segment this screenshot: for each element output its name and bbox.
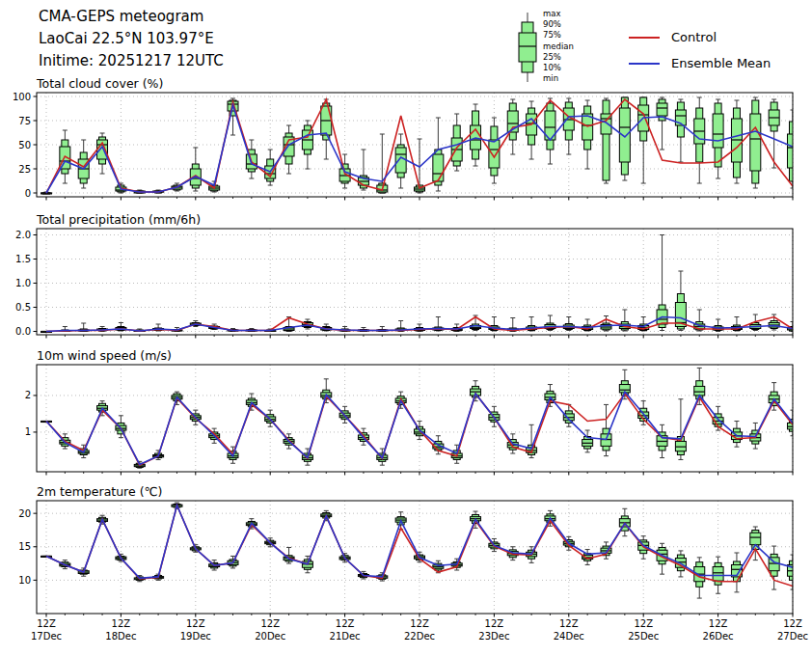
legend-percentile-label: 90% bbox=[543, 19, 561, 29]
box-25-75 bbox=[694, 386, 705, 396]
x-label-date: 18Dec bbox=[105, 631, 136, 642]
panel-wind-spine bbox=[37, 365, 793, 472]
y-tick-label: 10 bbox=[18, 575, 31, 586]
x-label-date: 26Dec bbox=[703, 631, 734, 642]
box-25-75 bbox=[657, 103, 667, 116]
control-line-swatch bbox=[629, 37, 660, 39]
ensemble-mean-line-swatch bbox=[629, 63, 660, 65]
x-label-hour: 12Z bbox=[410, 618, 429, 629]
x-label-date: 17Dec bbox=[31, 631, 62, 642]
legend-percentile-label: min bbox=[543, 73, 558, 83]
y-tick-label: 20 bbox=[18, 508, 31, 519]
panel-title-precip: Total precipitation (mm/6h) bbox=[36, 212, 201, 227]
y-tick-label: 0.5 bbox=[15, 302, 31, 313]
x-label-hour: 12Z bbox=[634, 618, 653, 629]
panel-wind-boxes bbox=[41, 368, 798, 468]
box-25-75 bbox=[750, 114, 761, 171]
control-label: Control bbox=[671, 30, 717, 44]
box-25-75 bbox=[433, 154, 444, 181]
x-label-date: 27Dec bbox=[777, 631, 808, 642]
box-25-75 bbox=[489, 140, 500, 168]
box-25-75 bbox=[713, 114, 723, 148]
x-label-hour: 12Z bbox=[37, 618, 56, 629]
y-tick-label: 2.0 bbox=[15, 230, 31, 240]
box-25-75 bbox=[395, 148, 406, 173]
y-tick-label: 75 bbox=[18, 116, 31, 126]
legend-percentile-label: 75% bbox=[543, 30, 561, 40]
box-25-75 bbox=[713, 567, 723, 582]
figure-inittime: Initime: 20251217 12UTC bbox=[39, 50, 224, 72]
x-label-date: 19Dec bbox=[180, 631, 211, 642]
figure-header: CMA-GEPS meteogram LaoCai 22.5°N 103.97°… bbox=[39, 6, 224, 72]
y-tick-label: 1 bbox=[25, 426, 31, 437]
x-label-date: 20Dec bbox=[255, 631, 285, 642]
y-tick-label: 15 bbox=[18, 541, 31, 552]
x-label-hour: 12Z bbox=[186, 618, 205, 629]
y-tick-label: 1.0 bbox=[15, 278, 31, 288]
y-tick-label: 1.5 bbox=[15, 254, 31, 264]
x-label-hour: 12Z bbox=[260, 618, 280, 629]
figure-title: CMA-GEPS meteogram bbox=[39, 6, 224, 28]
panel-title-temp: 2m temperature (℃) bbox=[37, 484, 162, 499]
y-tick-label: 25 bbox=[18, 164, 31, 175]
legend-percentile-label: median bbox=[543, 41, 574, 51]
x-label-hour: 12Z bbox=[336, 618, 355, 629]
legend-percentile-label: 25% bbox=[543, 52, 561, 62]
legend-control: Control bbox=[629, 30, 717, 44]
x-label-hour: 12Z bbox=[485, 618, 504, 629]
x-label-hour: 12Z bbox=[559, 618, 579, 629]
y-tick-label: 0.0 bbox=[15, 326, 31, 337]
legend-percentile-label: 10% bbox=[543, 63, 561, 72]
legend-ensemble-mean: Ensemble Mean bbox=[629, 56, 771, 70]
x-label-date: 21Dec bbox=[330, 631, 361, 642]
x-label-date: 23Dec bbox=[478, 631, 509, 642]
box-25-75 bbox=[750, 533, 761, 544]
x-label-date: 24Dec bbox=[554, 631, 584, 642]
meteogram-chart: 0255075100Total cloud cover (%)0.00.51.0… bbox=[0, 0, 812, 656]
y-tick-label: 50 bbox=[18, 140, 31, 150]
panel-title-wind: 10m wind speed (m/s) bbox=[37, 348, 172, 363]
meteogram-figure: 0255075100Total cloud cover (%)0.00.51.0… bbox=[0, 0, 812, 656]
x-label-hour: 12Z bbox=[783, 618, 802, 629]
y-tick-label: 100 bbox=[13, 92, 31, 102]
x-label-date: 22Dec bbox=[404, 631, 435, 642]
panel-title-cloud: Total cloud cover (%) bbox=[36, 76, 163, 91]
x-label-hour: 12Z bbox=[709, 618, 728, 629]
legend-percentile-label: max bbox=[543, 9, 561, 18]
legend-sample-box-25-75 bbox=[519, 33, 536, 62]
figure-location: LaoCai 22.5°N 103.97°E bbox=[39, 28, 224, 50]
x-label-hour: 12Z bbox=[112, 618, 131, 629]
ensemble-mean-label: Ensemble Mean bbox=[671, 56, 771, 70]
box-25-75 bbox=[619, 108, 630, 162]
box-10-90 bbox=[603, 100, 609, 180]
y-tick-label: 0 bbox=[25, 188, 31, 199]
x-label-date: 25Dec bbox=[628, 631, 659, 642]
y-tick-label: 2 bbox=[25, 390, 31, 400]
